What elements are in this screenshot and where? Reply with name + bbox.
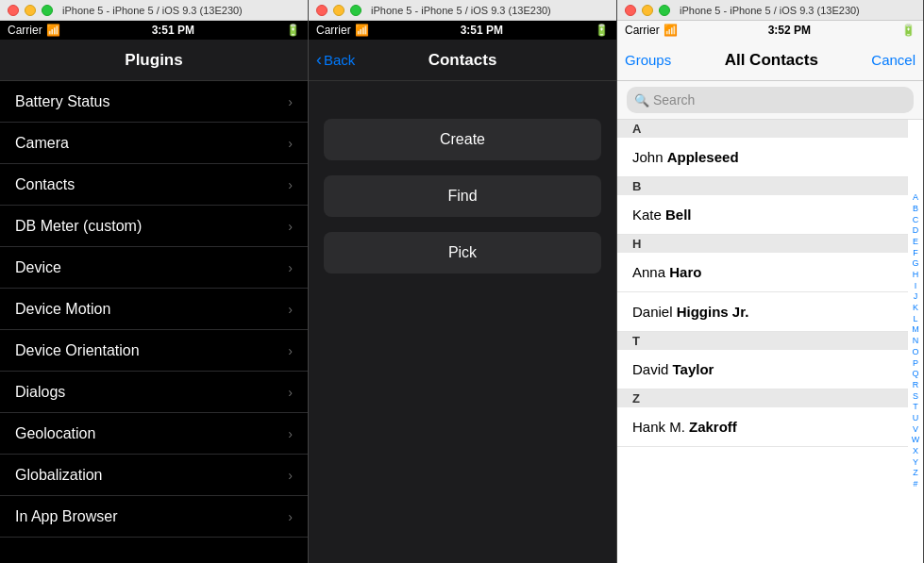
section-header-z: Z [617, 389, 908, 407]
alpha-letter-z[interactable]: Z [913, 468, 918, 479]
alpha-letter-k[interactable]: K [913, 303, 918, 314]
alpha-letter-n[interactable]: N [913, 336, 919, 347]
battery-icon-1: 🔋 [286, 24, 300, 37]
plugin-item[interactable]: Dialogs› [0, 372, 308, 413]
contact-row[interactable]: Kate Bell [617, 195, 908, 235]
contacts-actions-area: CreateFindPick [309, 81, 616, 563]
alpha-index[interactable]: ABCDEFGHIJKLMNOPQRSTUVWXYZ# [908, 120, 923, 563]
alpha-letter-t[interactable]: T [913, 402, 918, 413]
alpha-letter-h[interactable]: H [913, 270, 919, 281]
plugin-label: Device Motion [15, 301, 110, 318]
status-bar-3: Carrier 📶 3:52 PM 🔋 [617, 21, 923, 40]
back-label: Back [324, 52, 355, 68]
contact-row[interactable]: John Appleseed [617, 138, 908, 177]
window-title-3: iPhone 5 - iPhone 5 / iOS 9.3 (13E230) [680, 5, 860, 16]
alpha-letter-l[interactable]: L [913, 314, 917, 325]
window-title-2: iPhone 5 - iPhone 5 / iOS 9.3 (13E230) [371, 5, 551, 16]
pick-button[interactable]: Pick [324, 232, 601, 273]
alpha-letter-a[interactable]: A [913, 192, 918, 204]
alpha-letter-s[interactable]: S [913, 391, 918, 403]
contacts-list: AJohn AppleseedBKate BellHAnna HaroDanie… [617, 120, 923, 563]
contact-last: Bell [665, 207, 692, 223]
battery-icon-3: 🔋 [901, 24, 916, 37]
contact-first: John [632, 149, 667, 165]
alpha-letter-#[interactable]: # [913, 479, 917, 490]
contact-row[interactable]: David Taylor [617, 350, 908, 389]
plugins-title: Plugins [125, 51, 182, 70]
alpha-letter-o[interactable]: O [912, 347, 918, 358]
close-button-2[interactable] [316, 5, 328, 16]
carrier-label-2: Carrier [316, 24, 351, 37]
chevron-right-icon: › [288, 260, 293, 275]
plugin-item[interactable]: Camera› [0, 123, 308, 164]
alpha-letter-u[interactable]: U [913, 413, 919, 424]
contact-row[interactable]: Daniel Higgins Jr. [617, 292, 908, 332]
chevron-right-icon: › [288, 343, 293, 358]
alpha-letter-p[interactable]: P [913, 358, 918, 370]
title-bar-3: iPhone 5 - iPhone 5 / iOS 9.3 (13E230) [617, 0, 923, 21]
time-label-2: 3:51 PM [461, 24, 503, 37]
alpha-letter-x[interactable]: X [913, 446, 918, 457]
find-button[interactable]: Find [324, 175, 601, 217]
search-bar[interactable]: 🔍 Search [627, 87, 914, 113]
contacts-nav-bar: ‹ Back Contacts [309, 40, 616, 81]
carrier-label-3: Carrier [625, 24, 660, 37]
plugin-item[interactable]: Geolocation› [0, 413, 308, 455]
contact-first: Hank M. [632, 419, 689, 435]
maximize-button-1[interactable] [42, 5, 53, 16]
close-button-1[interactable] [8, 5, 19, 16]
time-label-3: 3:52 PM [768, 24, 811, 37]
minimize-button-2[interactable] [333, 5, 344, 16]
alpha-letter-v[interactable]: V [913, 424, 918, 436]
plugin-label: Camera [15, 135, 69, 152]
title-bar-2: iPhone 5 - iPhone 5 / iOS 9.3 (13E230) [309, 0, 616, 21]
alpha-letter-r[interactable]: R [913, 380, 919, 391]
alpha-letter-y[interactable]: Y [913, 457, 918, 469]
plugins-nav-bar: Plugins [0, 40, 308, 81]
plugin-item[interactable]: Battery Status› [0, 81, 308, 123]
contact-row[interactable]: Hank M. Zakroff [617, 407, 908, 447]
minimize-button-1[interactable] [25, 5, 36, 16]
back-chevron-icon: ‹ [316, 50, 322, 70]
minimize-button-3[interactable] [642, 5, 653, 16]
plugin-item[interactable]: Globalization› [0, 455, 308, 496]
cancel-button[interactable]: Cancel [871, 52, 916, 68]
alpha-letter-f[interactable]: F [913, 248, 918, 259]
contact-row[interactable]: Anna Haro [617, 253, 908, 292]
maximize-button-3[interactable] [659, 5, 670, 16]
plugin-item[interactable]: In App Browser› [0, 496, 308, 538]
alpha-letter-w[interactable]: W [912, 435, 920, 446]
maximize-button-2[interactable] [350, 5, 361, 16]
contact-first: Kate [632, 207, 665, 223]
contacts-title: Contacts [428, 51, 497, 70]
plugin-label: DB Meter (custom) [15, 218, 142, 235]
alpha-letter-b[interactable]: B [913, 204, 918, 215]
section-header-a: A [617, 120, 908, 138]
plugin-item[interactable]: Contacts› [0, 164, 308, 206]
plugins-list: Battery Status›Camera›Contacts›DB Meter … [0, 81, 308, 563]
groups-button[interactable]: Groups [625, 52, 671, 68]
plugin-item[interactable]: Device› [0, 247, 308, 289]
contacts-scroll-area: AJohn AppleseedBKate BellHAnna HaroDanie… [617, 120, 908, 563]
alpha-letter-c[interactable]: C [913, 215, 919, 226]
plugin-label: Geolocation [15, 425, 95, 442]
chevron-right-icon: › [288, 509, 293, 524]
alpha-letter-g[interactable]: G [912, 258, 918, 270]
plugin-item[interactable]: Device Orientation› [0, 330, 308, 372]
alpha-letter-q[interactable]: Q [912, 369, 918, 380]
alpha-letter-j[interactable]: J [914, 291, 918, 303]
alpha-letter-m[interactable]: M [912, 324, 919, 336]
back-button[interactable]: ‹ Back [316, 50, 355, 70]
plugin-item[interactable]: DB Meter (custom)› [0, 206, 308, 247]
status-bar-2: Carrier 📶 3:51 PM 🔋 [309, 21, 616, 40]
search-bar-wrapper: 🔍 Search [617, 81, 923, 120]
contact-first: David [632, 361, 673, 377]
alpha-letter-i[interactable]: I [915, 281, 917, 292]
alpha-letter-e[interactable]: E [913, 237, 918, 248]
plugin-item[interactable]: Device Motion› [0, 289, 308, 330]
title-bar-1: iPhone 5 - iPhone 5 / iOS 9.3 (13E230) [0, 0, 308, 21]
all-contacts-title: All Contacts [725, 51, 818, 70]
close-button-3[interactable] [625, 5, 636, 16]
create-button[interactable]: Create [324, 119, 601, 160]
alpha-letter-d[interactable]: D [913, 225, 919, 237]
